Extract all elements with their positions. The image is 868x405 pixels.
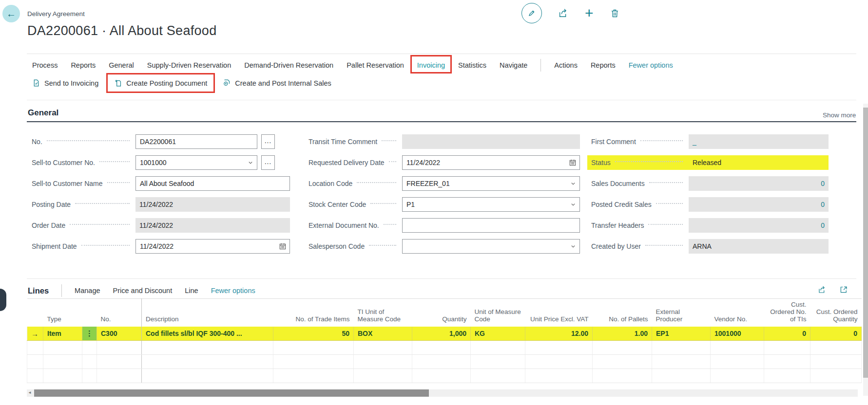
empty-cell[interactable] xyxy=(412,355,471,369)
calendar-icon[interactable] xyxy=(279,242,287,250)
chevron-down-icon[interactable] xyxy=(570,201,577,208)
empty-cell[interactable] xyxy=(27,355,43,369)
tab-navigate[interactable]: Navigate xyxy=(500,61,527,69)
new-button[interactable]: + xyxy=(585,6,594,20)
header-description[interactable]: Description xyxy=(142,299,273,327)
header-type[interactable]: Type xyxy=(43,299,82,327)
empty-cell[interactable] xyxy=(354,341,412,355)
empty-cell[interactable] xyxy=(525,369,593,383)
cell-type[interactable]: Item xyxy=(43,327,82,341)
no-input[interactable]: DA2200061 xyxy=(135,134,257,149)
tab-demand-driven-reservation[interactable]: Demand-Driven Reservation xyxy=(244,61,333,69)
lines-menu-line[interactable]: Line xyxy=(185,287,198,295)
header-ti-unit-of-measure-code[interactable]: TI Unit of Measure Code xyxy=(354,299,412,327)
empty-cell[interactable] xyxy=(764,369,810,383)
vertical-scrollbar[interactable] xyxy=(863,104,868,396)
share-button[interactable] xyxy=(558,8,569,18)
empty-cell[interactable] xyxy=(711,341,764,355)
cell-ti-uom[interactable]: BOX xyxy=(354,327,412,341)
sell-to-customer-no-input[interactable]: 1001000 xyxy=(135,155,257,170)
empty-cell[interactable] xyxy=(27,369,43,383)
empty-cell[interactable] xyxy=(711,355,764,369)
empty-cell[interactable] xyxy=(82,341,97,355)
horizontal-scrollbar-thumb[interactable] xyxy=(34,389,429,397)
cell-quantity[interactable]: 1,000 xyxy=(412,327,471,341)
empty-cell[interactable] xyxy=(354,369,412,383)
empty-cell[interactable] xyxy=(43,355,82,369)
side-panel-handle[interactable] xyxy=(0,289,6,311)
vertical-scrollbar-thumb[interactable] xyxy=(863,108,868,378)
empty-cell[interactable] xyxy=(593,355,652,369)
shipment-date-input[interactable]: 11/24/2022 xyxy=(135,239,290,254)
send-to-invoicing-button[interactable]: Send to Invoicing xyxy=(32,79,98,87)
header-unit-price-excl-vat[interactable]: Unit Price Excl. VAT xyxy=(525,299,593,327)
calendar-icon[interactable] xyxy=(569,159,577,166)
tab-reports[interactable]: Reports xyxy=(71,61,96,69)
sell-to-customer-name-input[interactable]: All About Seafood xyxy=(135,176,290,191)
transfer-headers-drilldown[interactable]: 0 xyxy=(821,221,825,229)
empty-cell[interactable] xyxy=(593,369,652,383)
empty-cell[interactable] xyxy=(412,369,471,383)
header-unit-of-measure-code[interactable]: Unit of Measure Code xyxy=(471,299,525,327)
tab-supply-driven-reservation[interactable]: Supply-Driven Reservation xyxy=(147,61,231,69)
cell-uom[interactable]: KG xyxy=(471,327,525,341)
posted-credit-sales-drilldown[interactable]: 0 xyxy=(821,201,825,208)
chevron-down-icon[interactable] xyxy=(247,159,254,166)
empty-cell[interactable] xyxy=(471,355,525,369)
empty-cell[interactable] xyxy=(471,369,525,383)
empty-cell[interactable] xyxy=(652,355,711,369)
header-cust-ordered-quantity[interactable]: Cust. Ordered Quantity xyxy=(810,299,862,327)
edit-button[interactable] xyxy=(521,3,542,23)
tab-statistics[interactable]: Statistics xyxy=(458,61,486,69)
create-and-post-internal-sales-button[interactable]: Create and Post Internal Sales xyxy=(223,79,331,87)
sales-documents-drilldown[interactable]: 0 xyxy=(821,180,825,187)
header-quantity[interactable]: Quantity xyxy=(412,299,471,327)
empty-cell[interactable] xyxy=(43,369,82,383)
horizontal-scrollbar[interactable]: ◄ xyxy=(27,389,858,397)
lines-menu-price-and-discount[interactable]: Price and Discount xyxy=(113,287,173,295)
chevron-down-icon[interactable] xyxy=(570,243,577,250)
empty-cell[interactable] xyxy=(142,355,273,369)
create-posting-document-button[interactable]: Create Posting Document xyxy=(106,73,215,93)
empty-cell[interactable] xyxy=(97,355,142,369)
cell-cust-ordered-tis[interactable]: 0 xyxy=(764,327,810,341)
cell-no-of-pallets[interactable]: 1.00 xyxy=(593,327,652,341)
empty-cell[interactable] xyxy=(273,369,354,383)
sell-to-customer-no-lookup-button[interactable]: … xyxy=(261,155,275,170)
lines-share-button[interactable] xyxy=(818,285,827,294)
empty-cell[interactable] xyxy=(471,341,525,355)
lines-fewer-options-link[interactable]: Fewer options xyxy=(211,287,255,295)
cell-description[interactable]: Cod fillets sl/bl IQF 300-400 ... xyxy=(142,327,273,341)
header-vendor-no[interactable]: Vendor No. xyxy=(711,299,764,327)
location-code-select[interactable]: FREEZER_01 xyxy=(402,176,580,191)
tab-pallet-reservation[interactable]: Pallet Reservation xyxy=(347,61,404,69)
header-no-of-trade-items[interactable]: No. of Trade Items xyxy=(273,299,354,327)
row-menu-button[interactable]: ⋮ xyxy=(82,327,97,341)
header-no[interactable]: No. xyxy=(97,299,142,327)
header-cust-ordered-no-of-tis[interactable]: Cust. Ordered No. of TIs xyxy=(764,299,810,327)
empty-cell[interactable] xyxy=(711,369,764,383)
no-lookup-button[interactable]: … xyxy=(261,134,275,149)
empty-cell[interactable] xyxy=(593,341,652,355)
header-no-of-pallets[interactable]: No. of Pallets xyxy=(593,299,652,327)
external-document-no-input[interactable] xyxy=(402,218,580,233)
tab-actions[interactable]: Actions xyxy=(554,61,578,69)
tab-process[interactable]: Process xyxy=(32,61,58,69)
lines-menu-manage[interactable]: Manage xyxy=(75,287,100,295)
delete-button[interactable] xyxy=(610,8,620,18)
empty-cell[interactable] xyxy=(764,355,810,369)
empty-cell[interactable] xyxy=(273,355,354,369)
cell-external-producer[interactable]: EP1 xyxy=(652,327,711,341)
scroll-left-arrow-icon[interactable]: ◄ xyxy=(28,390,32,395)
empty-cell[interactable] xyxy=(412,341,471,355)
empty-cell[interactable] xyxy=(43,341,82,355)
empty-cell[interactable] xyxy=(652,369,711,383)
cell-no-of-trade-items[interactable]: 50 xyxy=(273,327,354,341)
fewer-options-link[interactable]: Fewer options xyxy=(629,61,673,69)
empty-cell[interactable] xyxy=(652,341,711,355)
empty-cell[interactable] xyxy=(82,369,97,383)
empty-cell[interactable] xyxy=(764,341,810,355)
empty-cell[interactable] xyxy=(82,355,97,369)
cell-unit-price[interactable]: 12.00 xyxy=(525,327,593,341)
tab-invoicing[interactable]: Invoicing xyxy=(410,55,452,74)
